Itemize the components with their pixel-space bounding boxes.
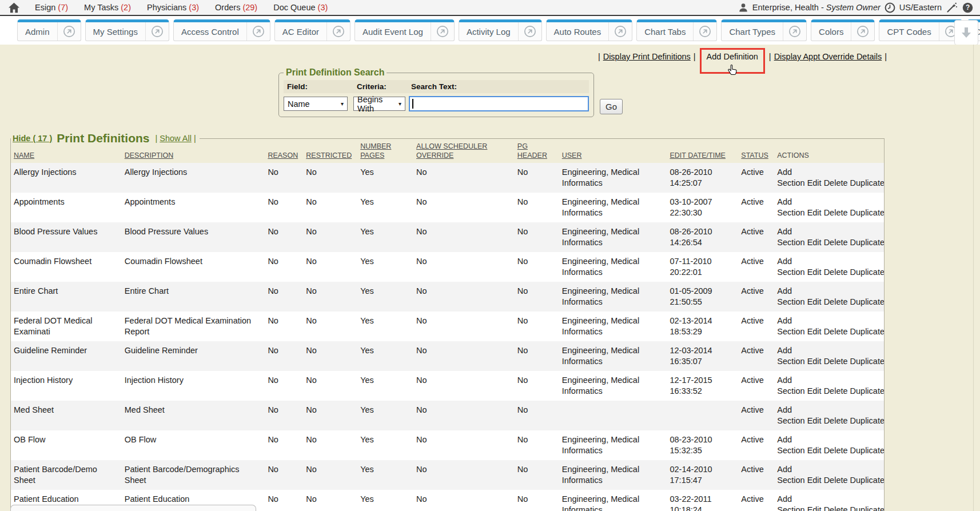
duplicate-action-link[interactable]: Duplicate [850, 238, 884, 247]
open-in-new-circle-icon[interactable] [783, 25, 806, 38]
timezone-label[interactable]: US/Eastern [899, 3, 942, 12]
tab-colors[interactable]: Colors [811, 19, 875, 41]
edit-action-link[interactable]: Edit [807, 268, 822, 277]
svg-text:?: ? [966, 3, 970, 11]
edit-action-link[interactable]: Edit [807, 476, 822, 485]
open-in-new-circle-icon[interactable] [694, 25, 716, 38]
tab-ac-editor[interactable]: AC Editor [274, 19, 350, 41]
nav-doc-queue[interactable]: Doc Queue (3) [273, 3, 328, 12]
tab-chart-types[interactable]: Chart Types [721, 19, 807, 41]
hide-link[interactable]: Hide ( 17 ) [13, 134, 52, 143]
duplicate-action-link[interactable]: Duplicate [850, 386, 884, 396]
edit-action-link[interactable]: Edit [807, 297, 822, 306]
delete-action-link[interactable]: Delete [824, 505, 848, 511]
display-print-definitions-link[interactable]: Display Print Definitions [603, 52, 691, 61]
tab-my-settings[interactable]: My Settings [85, 19, 169, 41]
user-icon [738, 2, 748, 13]
delete-action-link[interactable]: Delete [824, 416, 848, 425]
delete-action-link[interactable]: Delete [824, 327, 848, 336]
add-section-action-link[interactable]: Add Section [777, 465, 804, 485]
cell-edit-datetime: 08-23-201015:32:35 [670, 434, 741, 460]
add-section-action-link[interactable]: Add Section [777, 286, 804, 306]
tab-overflow-button[interactable] [954, 20, 978, 45]
help-icon[interactable]: ? [962, 2, 973, 13]
delete-action-link[interactable]: Delete [824, 268, 848, 277]
nav-count-badge: (3) [318, 3, 328, 12]
delete-action-link[interactable]: Delete [824, 238, 848, 247]
tab-activity-log[interactable]: Activity Log [459, 19, 542, 41]
open-in-new-circle-icon[interactable] [519, 25, 541, 38]
add-section-action-link[interactable]: Add Section [777, 494, 804, 511]
edit-action-link[interactable]: Edit [807, 386, 822, 396]
cell-number-pages: Yes [360, 316, 416, 341]
edit-action-link[interactable]: Edit [807, 327, 822, 336]
add-definition-link[interactable]: Add Definition [700, 48, 765, 74]
clock-icon[interactable] [885, 2, 895, 13]
criteria-select[interactable]: Begins With ▾ [353, 97, 405, 111]
duplicate-action-link[interactable]: Duplicate [850, 208, 884, 217]
tab-access-control[interactable]: Access Control [173, 19, 270, 41]
edit-action-link[interactable]: Edit [807, 178, 822, 187]
cell-allow-scheduler-override: No [416, 226, 517, 252]
open-in-new-circle-icon[interactable] [327, 25, 350, 38]
edit-action-link[interactable]: Edit [807, 446, 822, 455]
show-all-wrap: | Show All | [155, 134, 196, 143]
cell-number-pages: Yes [360, 256, 416, 282]
display-appt-override-details-link[interactable]: Display Appt Override Details [774, 52, 882, 61]
delete-action-link[interactable]: Delete [824, 297, 848, 306]
open-in-new-circle-icon[interactable] [431, 25, 454, 38]
open-in-new-circle-icon[interactable] [247, 25, 270, 38]
delete-action-link[interactable]: Delete [824, 178, 848, 187]
delete-action-link[interactable]: Delete [824, 446, 848, 455]
add-section-action-link[interactable]: Add Section [777, 405, 804, 425]
duplicate-action-link[interactable]: Duplicate [850, 446, 884, 455]
wand-icon[interactable] [946, 2, 958, 13]
duplicate-action-link[interactable]: Duplicate [850, 178, 884, 187]
edit-action-link[interactable]: Edit [807, 357, 822, 366]
go-button[interactable]: Go [600, 99, 623, 114]
open-in-new-circle-icon[interactable] [58, 25, 81, 38]
edit-action-link[interactable]: Edit [807, 208, 822, 217]
tab-audit-event-log[interactable]: Audit Event Log [354, 19, 455, 41]
delete-action-link[interactable]: Delete [824, 357, 848, 366]
tab-auto-routes[interactable]: Auto Routes [546, 19, 633, 41]
tab-cpt-codes[interactable]: CPT Codes [879, 19, 962, 41]
tab-chart-tabs[interactable]: Chart Tabs [636, 19, 717, 41]
nav-physicians[interactable]: Physicians (3) [147, 3, 199, 12]
edit-action-link[interactable]: Edit [807, 416, 822, 425]
duplicate-action-link[interactable]: Duplicate [850, 268, 884, 277]
nav-orders[interactable]: Orders (29) [215, 3, 257, 12]
field-select[interactable]: Name ▾ [284, 97, 348, 111]
delete-action-link[interactable]: Delete [824, 476, 848, 485]
delete-action-link[interactable]: Delete [824, 208, 848, 217]
add-section-action-link[interactable]: Add Section [777, 376, 804, 396]
nav-my-tasks[interactable]: My Tasks (2) [84, 3, 131, 12]
edit-action-link[interactable]: Edit [807, 505, 822, 511]
duplicate-action-link[interactable]: Duplicate [850, 476, 884, 485]
add-section-action-link[interactable]: Add Section [777, 316, 804, 336]
duplicate-action-link[interactable]: Duplicate [850, 416, 884, 425]
nav-esign[interactable]: Esign (7) [35, 3, 68, 12]
add-section-action-link[interactable]: Add Section [777, 167, 804, 187]
horizontal-scrollbar-thumb[interactable] [10, 505, 256, 511]
duplicate-action-link[interactable]: Duplicate [850, 357, 884, 366]
cell-allow-scheduler-override: No [416, 256, 517, 282]
add-section-action-link[interactable]: Add Section [777, 346, 804, 366]
duplicate-action-link[interactable]: Duplicate [850, 327, 884, 336]
home-button[interactable] [8, 2, 20, 13]
open-in-new-circle-icon[interactable] [609, 25, 632, 38]
edit-action-link[interactable]: Edit [807, 238, 822, 247]
show-all-link[interactable]: Show All [160, 134, 192, 143]
duplicate-action-link[interactable]: Duplicate [850, 505, 884, 511]
add-section-action-link[interactable]: Add Section [777, 197, 804, 217]
add-section-action-link[interactable]: Add Section [777, 435, 804, 455]
open-in-new-circle-icon[interactable] [146, 25, 169, 38]
add-section-action-link[interactable]: Add Section [777, 257, 804, 277]
duplicate-action-link[interactable]: Duplicate [850, 297, 884, 306]
search-text-input[interactable] [409, 96, 589, 111]
add-section-action-link[interactable]: Add Section [777, 227, 804, 247]
delete-action-link[interactable]: Delete [824, 386, 848, 396]
open-in-new-circle-icon[interactable] [851, 25, 874, 38]
cell-status: Active [741, 167, 777, 193]
tab-admin[interactable]: Admin [17, 19, 81, 41]
